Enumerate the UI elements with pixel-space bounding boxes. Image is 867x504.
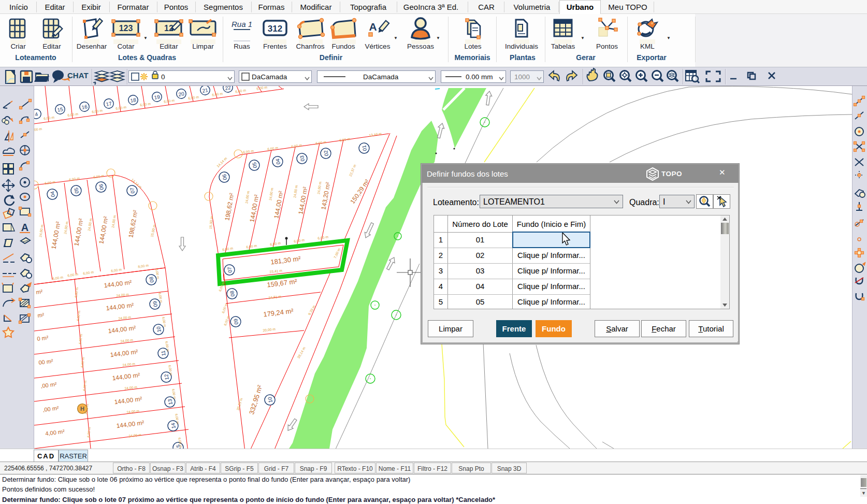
svg-text:A: A [369,21,377,33]
svg-text:Rua 1: Rua 1 [232,20,252,28]
svg-text:H: H [80,406,84,412]
svg-text:m²: m² [36,288,44,295]
svg-text:312: 312 [268,24,282,34]
svg-text:m²: m² [37,311,45,319]
svg-text:CHAT: CHAT [67,71,89,80]
svg-text:123: 123 [119,24,133,33]
svg-text:A: A [21,222,28,233]
